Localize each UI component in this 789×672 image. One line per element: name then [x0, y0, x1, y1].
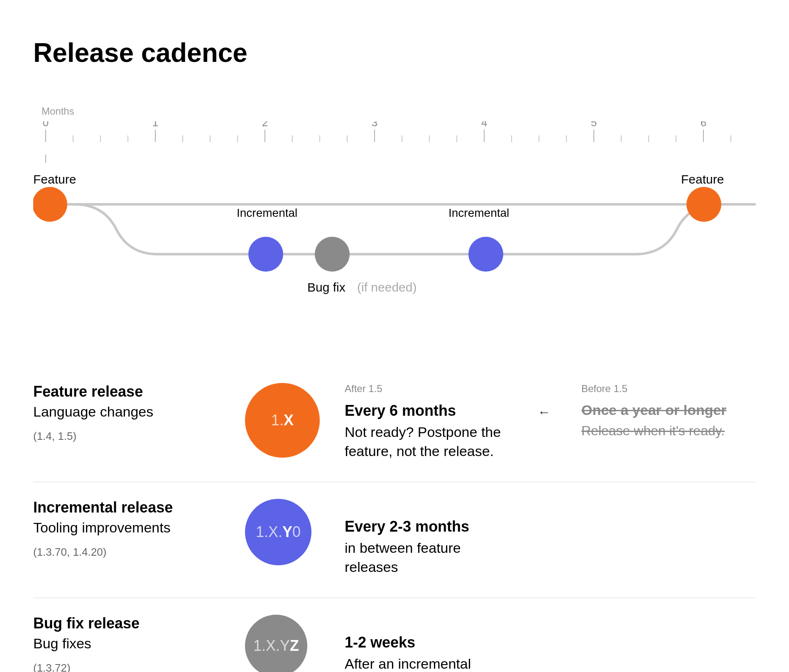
incremental-label-1: Incremental: [237, 206, 297, 219]
bugfix-dot: [315, 237, 350, 272]
bugfix-sub: Bug fixes: [33, 635, 228, 652]
tick-2: 2: [262, 121, 268, 129]
incremental-desc-title: Every 2-3 months: [345, 518, 515, 535]
row-incremental: Incremental release Tooling improvements…: [33, 482, 756, 598]
bugfix-desc-body: After an incremental release if fixes ar…: [345, 655, 515, 672]
tick-1: 1: [152, 121, 158, 129]
timeline-svg: 0 1 2 3 4 5 6 Feature Feature Incrementa…: [33, 121, 756, 300]
row-bugfix: Bug fix release Bug fixes (1.3.72) 1.X.Y…: [33, 598, 756, 672]
bugfix-note: (if needed): [357, 280, 417, 294]
incremental-label-2: Incremental: [448, 206, 509, 219]
bugfix-examples: (1.3.72): [33, 662, 228, 672]
tick-3: 3: [372, 121, 377, 129]
before-title: Once a year or longer: [581, 402, 756, 418]
bugfix-title: Bug fix release: [33, 615, 228, 632]
axis-label: Months: [42, 105, 756, 117]
feature-dot-right: [686, 187, 721, 222]
incremental-dot-1: [248, 237, 283, 272]
incremental-dot-2: [468, 237, 503, 272]
bugfix-desc-title: 1-2 weeks: [345, 634, 515, 651]
feature-sub: Language changes: [33, 404, 228, 420]
arrow-left-icon: ←: [532, 383, 556, 420]
feature-label-right: Feature: [681, 172, 724, 186]
timeline: Months: [33, 105, 756, 300]
incremental-title: Incremental release: [33, 499, 228, 516]
bugfix-label: Bug fix: [307, 280, 345, 294]
rows: Feature release Language changes (1.4, 1…: [33, 366, 756, 672]
bugfix-badge: 1.X.YZ: [245, 615, 307, 672]
incremental-sub: Tooling improvements: [33, 520, 228, 536]
tick-0: 0: [43, 121, 49, 129]
feature-title: Feature release: [33, 383, 228, 400]
after-label: After 1.5: [345, 383, 515, 395]
feature-examples: (1.4, 1.5): [33, 430, 228, 443]
incremental-badge: 1.X.Y0: [245, 499, 311, 565]
feature-badge: 1.X: [245, 383, 320, 458]
feature-desc-title: Every 6 months: [345, 402, 515, 419]
before-body: Release when it's ready.: [581, 422, 756, 440]
feature-desc-body: Not ready? Postpone the feature, not the…: [345, 423, 515, 461]
page-title: Release cadence: [33, 37, 756, 68]
tick-4: 4: [481, 121, 487, 129]
feature-label-left: Feature: [33, 172, 76, 186]
before-label: Before 1.5: [581, 383, 756, 395]
feature-dot-left: [33, 187, 67, 222]
tick-6: 6: [701, 121, 706, 129]
incremental-examples: (1.3.70, 1.4.20): [33, 546, 228, 559]
row-feature: Feature release Language changes (1.4, 1…: [33, 366, 756, 482]
incremental-desc-body: in between feature releases: [345, 539, 515, 577]
tick-5: 5: [591, 121, 597, 129]
